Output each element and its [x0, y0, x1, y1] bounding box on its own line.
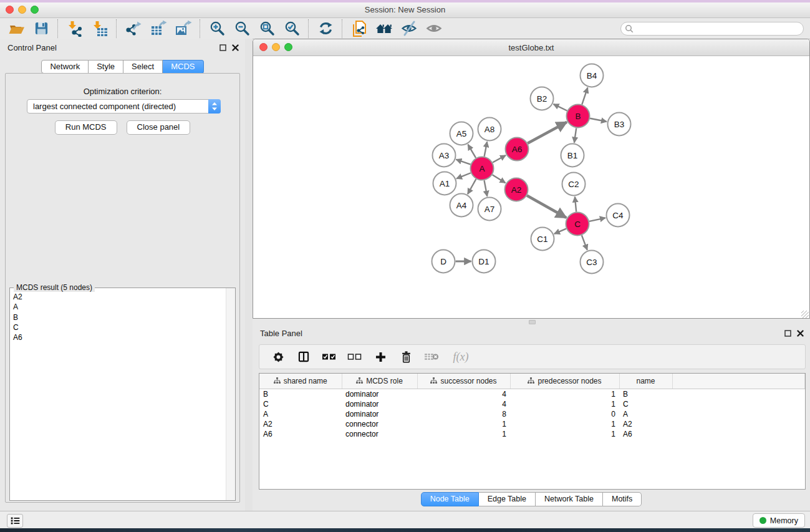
- node-B4[interactable]: B4: [581, 64, 604, 87]
- edge-A-A2[interactable]: [493, 175, 506, 183]
- table-options-button[interactable]: [271, 349, 286, 364]
- node-C[interactable]: C: [566, 213, 589, 236]
- run-mcds-button[interactable]: Run MCDS: [55, 120, 117, 135]
- cell-MCDS-role[interactable]: connector: [342, 429, 417, 439]
- first-neighbors-button[interactable]: [375, 20, 393, 37]
- edge-A6-B[interactable]: [528, 122, 567, 143]
- delete-table-button[interactable]: [424, 349, 439, 364]
- node-D1[interactable]: D1: [473, 250, 496, 273]
- column-header-shared-name[interactable]: shared name: [259, 374, 342, 389]
- close-panel-icon[interactable]: [797, 330, 804, 337]
- edge-B-B4[interactable]: [582, 87, 587, 104]
- edge-A2-C[interactable]: [527, 196, 566, 218]
- deselect-all-columns-button[interactable]: [347, 349, 362, 364]
- zoom-fit-button[interactable]: [258, 20, 276, 37]
- cell-shared-name[interactable]: B: [259, 389, 342, 400]
- apply-function-button[interactable]: f(x): [450, 349, 472, 364]
- cell-name[interactable]: A2: [619, 419, 672, 429]
- node-B[interactable]: B: [567, 105, 590, 128]
- search-box[interactable]: [620, 22, 804, 36]
- import-table-button[interactable]: [90, 20, 109, 37]
- cell-predecessor-nodes[interactable]: 1: [510, 429, 619, 439]
- export-table-button[interactable]: [149, 20, 168, 37]
- splitter-grip[interactable]: [529, 320, 536, 324]
- node-B1[interactable]: B1: [561, 144, 584, 167]
- panel-splitter-horizontal[interactable]: [253, 319, 810, 324]
- edge-C-C4[interactable]: [589, 218, 605, 221]
- show-all-button[interactable]: [425, 20, 443, 37]
- cell-name[interactable]: B: [619, 389, 672, 400]
- node-C1[interactable]: C1: [531, 228, 554, 251]
- zoom-in-button[interactable]: [208, 20, 226, 37]
- save-session-button[interactable]: [32, 20, 51, 37]
- node-A6[interactable]: A6: [506, 138, 529, 161]
- cell-MCDS-role[interactable]: connector: [342, 419, 417, 429]
- cell-MCDS-role[interactable]: dominator: [342, 389, 417, 400]
- column-header-MCDS-role[interactable]: MCDS role: [342, 374, 417, 389]
- cell-successor-nodes[interactable]: 4: [417, 389, 510, 400]
- edge-C-C2[interactable]: [575, 196, 576, 211]
- select-all-columns-button[interactable]: [322, 349, 337, 364]
- cell-successor-nodes[interactable]: 1: [417, 429, 510, 439]
- node-C4[interactable]: C4: [607, 204, 630, 227]
- cell-shared-name[interactable]: C: [259, 399, 342, 409]
- cell-predecessor-nodes[interactable]: 1: [510, 389, 619, 400]
- edge-B-B3[interactable]: [590, 118, 607, 122]
- optimization-criterion-select[interactable]: largest connected component (directed): [27, 99, 221, 114]
- node-A3[interactable]: A3: [433, 144, 456, 167]
- create-column-button[interactable]: [373, 349, 388, 364]
- window-resize-grip[interactable]: [801, 311, 809, 318]
- column-header-predecessor-nodes[interactable]: predecessor nodes: [510, 374, 619, 389]
- cell-name[interactable]: A6: [619, 429, 672, 439]
- new-network-from-selection-button[interactable]: [350, 20, 369, 37]
- open-session-button[interactable]: [7, 20, 26, 37]
- cell-shared-name[interactable]: A2: [259, 419, 342, 429]
- edge-C-C1[interactable]: [554, 229, 566, 234]
- edge-A-A8[interactable]: [485, 142, 488, 157]
- tab-network-table[interactable]: Network Table: [536, 492, 603, 506]
- cell-predecessor-nodes[interactable]: 1: [510, 419, 619, 429]
- tab-motifs[interactable]: Motifs: [603, 492, 642, 506]
- mcds-list-scrollbar[interactable]: [226, 288, 235, 500]
- mcds-result-item[interactable]: A2: [13, 292, 226, 302]
- tab-style[interactable]: Style: [89, 60, 123, 74]
- import-network-button[interactable]: [65, 20, 84, 37]
- node-A1[interactable]: A1: [433, 172, 456, 195]
- node-A2[interactable]: A2: [505, 178, 528, 201]
- column-header-successor-nodes[interactable]: successor nodes: [417, 374, 510, 389]
- cell-shared-name[interactable]: A6: [259, 429, 342, 439]
- edge-C-C3[interactable]: [582, 235, 587, 250]
- cell-successor-nodes[interactable]: 8: [417, 409, 510, 419]
- tab-node-table[interactable]: Node Table: [421, 492, 479, 506]
- close-panel-button[interactable]: Close panel: [127, 120, 191, 135]
- mcds-result-item[interactable]: C: [13, 322, 226, 332]
- hide-selected-button[interactable]: [400, 20, 418, 37]
- tab-edge-table[interactable]: Edge Table: [479, 492, 536, 506]
- export-network-button[interactable]: [124, 20, 143, 37]
- cell-successor-nodes[interactable]: 1: [417, 419, 510, 429]
- edge-A-A1[interactable]: [456, 173, 471, 178]
- node-A8[interactable]: A8: [478, 118, 501, 141]
- cell-predecessor-nodes[interactable]: 0: [510, 409, 619, 419]
- edge-A-A4[interactable]: [468, 179, 476, 194]
- export-image-button[interactable]: [174, 20, 193, 37]
- node-B2[interactable]: B2: [531, 87, 554, 110]
- mcds-result-item[interactable]: B: [13, 312, 226, 322]
- edge-B-B2[interactable]: [553, 104, 567, 111]
- node-A5[interactable]: A5: [450, 122, 473, 145]
- cell-name[interactable]: C: [619, 399, 672, 409]
- cell-name[interactable]: A: [619, 409, 672, 419]
- panel-splitter-vertical[interactable]: [245, 39, 253, 511]
- cell-MCDS-role[interactable]: dominator: [342, 409, 417, 419]
- close-panel-icon[interactable]: [232, 44, 239, 51]
- node-A4[interactable]: A4: [450, 194, 473, 217]
- task-history-button[interactable]: [7, 514, 23, 528]
- node-C3[interactable]: C3: [581, 251, 604, 274]
- show-column-button[interactable]: [296, 349, 311, 364]
- edge-A-A6[interactable]: [493, 155, 506, 163]
- cell-shared-name[interactable]: A: [259, 409, 342, 419]
- edge-A-A7[interactable]: [485, 180, 488, 196]
- cell-successor-nodes[interactable]: 4: [417, 399, 510, 409]
- tab-network[interactable]: Network: [41, 60, 89, 74]
- column-header-name[interactable]: name: [619, 374, 672, 389]
